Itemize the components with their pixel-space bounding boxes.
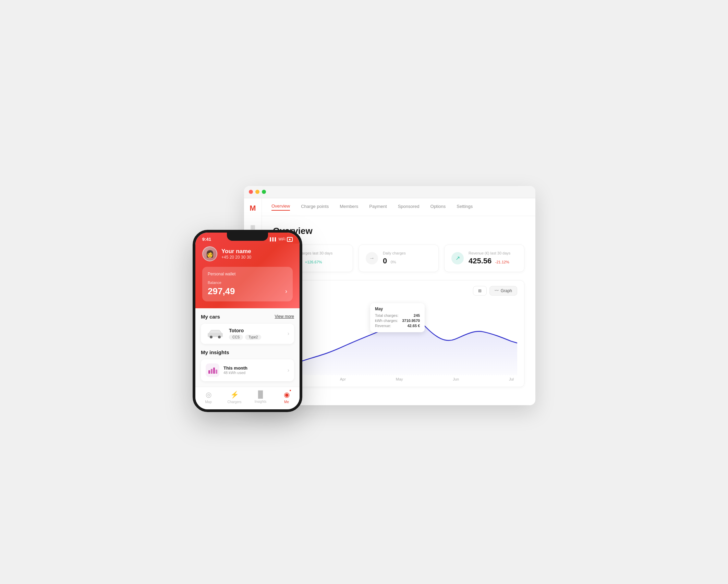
me-icon-wrap: ◉ xyxy=(284,390,290,399)
car-svg xyxy=(206,329,225,338)
user-phone-number: +45 20 20 30 30 xyxy=(221,255,251,260)
nav-tab-map-label: Map xyxy=(205,400,211,404)
stat-change-charges: +126.67% xyxy=(305,260,322,264)
cars-section-title: My cars xyxy=(201,314,220,320)
wallet-chevron-icon: › xyxy=(285,288,287,295)
stats-row: ↗ Charges last 30 days 3 +126.67% xyxy=(273,245,524,272)
nav-tab-map[interactable]: ◎ Map xyxy=(195,390,221,404)
tooltip-val-1: 3710.9570 xyxy=(402,319,420,323)
tooltip-month: May xyxy=(375,307,420,311)
insight-title: This month xyxy=(223,365,247,371)
stat-info-daily: Daily charges 0 0% xyxy=(383,251,432,265)
x-label-apr: Apr xyxy=(340,377,346,381)
window-minimize-dot[interactable] xyxy=(255,190,259,194)
chart-tooltip: May Total charges: 245 kWh charges: 3710… xyxy=(370,303,425,332)
stat-card-revenue: ↗ Revenue (€) last 30 days 425.56 -21.12… xyxy=(444,245,524,272)
user-info: Your name +45 20 20 30 30 xyxy=(221,248,251,260)
nav-item-overview[interactable]: Overview xyxy=(271,203,290,211)
graph-icon: 〰 xyxy=(495,288,499,293)
phone-body: My cars View more Totoro xyxy=(195,308,300,387)
car-tags: CCS Type2 xyxy=(229,335,283,340)
stat-card-daily: → Daily charges 0 0% xyxy=(359,245,439,272)
wallet-balance-row: 297,49 › xyxy=(208,286,287,297)
nav-item-options[interactable]: Options xyxy=(430,204,446,210)
svg-rect-4 xyxy=(211,369,213,374)
nav-item-members[interactable]: Members xyxy=(340,204,358,210)
chart-toolbar: ⊞ 〰 Graph xyxy=(280,286,517,296)
me-badge xyxy=(289,389,292,392)
sidebar-logo: M xyxy=(250,204,256,213)
wallet-card[interactable]: Personal wallet Balance 297,49 › xyxy=(202,267,293,301)
insight-info: This month 48 kWh used xyxy=(223,365,247,375)
user-row: 👩 Your name +45 20 20 30 30 xyxy=(202,246,293,261)
nav-item-payment[interactable]: Payment xyxy=(369,204,387,210)
phone-bottom-nav: ◎ Map ⚡ Chargers ▐▌ Insights ◉ Me xyxy=(195,387,300,409)
stat-label-charges: Charges last 30 days xyxy=(297,251,346,255)
car-info: Totoro CCS Type2 xyxy=(229,328,283,340)
tooltip-val-0: 245 xyxy=(414,313,420,318)
svg-rect-5 xyxy=(213,368,215,374)
phone-notch xyxy=(227,233,268,241)
stat-label-daily: Daily charges xyxy=(383,251,432,255)
signal-icon: ▌▌▌ xyxy=(270,237,277,241)
chart-section: ⊞ 〰 Graph May Total charges: xyxy=(273,280,524,387)
insights-section-header: My insights xyxy=(201,349,294,355)
wallet-label: Personal wallet xyxy=(208,272,287,276)
table-view-button[interactable]: ⊞ xyxy=(473,286,487,296)
user-avatar: 👩 xyxy=(202,246,217,261)
insights-section-title: My insights xyxy=(201,349,229,355)
car-tag-ccs: CCS xyxy=(229,335,243,340)
graph-view-button[interactable]: 〰 Graph xyxy=(489,286,517,296)
stat-icon-daily: → xyxy=(366,252,378,264)
nav-item-settings[interactable]: Settings xyxy=(457,204,473,210)
car-chevron-icon: › xyxy=(288,331,289,337)
map-icon: ◎ xyxy=(206,390,211,399)
me-icon: ◉ xyxy=(284,391,290,398)
view-more-link[interactable]: View more xyxy=(275,314,294,319)
phone-header: 👩 Your name +45 20 20 30 30 Personal wal… xyxy=(195,244,300,308)
insights-chevron-icon: › xyxy=(288,367,289,373)
content-area: Overview ↗ Charges last 30 days 3 +126.6… xyxy=(262,216,535,405)
cars-section-header: My cars View more xyxy=(201,314,294,320)
chart-x-axis: Mar Apr May Jun Jul xyxy=(280,375,517,381)
svg-rect-6 xyxy=(216,370,217,374)
phone: 9:41 ▌▌▌ WiFi ■ 👩 Your name +45 20 20 30… xyxy=(193,230,302,412)
tooltip-key-1: kWh charges: xyxy=(375,319,398,323)
nav-item-sponsored[interactable]: Sponsored xyxy=(398,204,420,210)
status-icons: ▌▌▌ WiFi ■ xyxy=(270,237,293,242)
stat-info-charges: Charges last 30 days 3 +126.67% xyxy=(297,251,346,265)
status-time: 9:41 xyxy=(202,237,211,242)
wallet-amount: 297,49 xyxy=(208,286,235,297)
svg-point-2 xyxy=(218,336,221,338)
stat-info-revenue: Revenue (€) last 30 days 425.56 -21.12% xyxy=(469,251,517,265)
bar-chart-icon xyxy=(208,365,217,375)
insights-icon xyxy=(206,363,219,377)
car-name: Totoro xyxy=(229,328,283,333)
insights-nav-icon: ▐▌ xyxy=(256,390,265,398)
stat-value-daily: 0 xyxy=(383,257,387,265)
tooltip-key-2: Revenue: xyxy=(375,324,391,328)
nav-tab-insights[interactable]: ▐▌ Insights xyxy=(247,390,274,404)
x-label-jun: Jun xyxy=(453,377,459,381)
tooltip-row-0: Total charges: 245 xyxy=(375,313,420,318)
insights-card[interactable]: This month 48 kWh used › xyxy=(201,359,294,381)
window-close-dot[interactable] xyxy=(249,190,253,194)
tooltip-row-2: Revenue: 42.65 € xyxy=(375,324,420,328)
nav-item-chargepoints[interactable]: Charge points xyxy=(301,204,329,210)
nav-tab-chargers[interactable]: ⚡ Chargers xyxy=(221,390,247,404)
main-content: Overview Charge points Members Payment S… xyxy=(262,198,535,405)
stat-label-revenue: Revenue (€) last 30 days xyxy=(469,251,517,255)
svg-point-1 xyxy=(210,336,213,338)
tooltip-val-2: 42.65 € xyxy=(408,324,420,328)
tooltip-key-0: Total charges: xyxy=(375,313,398,318)
svg-rect-3 xyxy=(208,370,210,374)
stat-icon-revenue: ↗ xyxy=(451,252,464,264)
chart-container: May Total charges: 245 kWh charges: 3710… xyxy=(280,300,517,375)
graph-button-label: Graph xyxy=(501,288,512,293)
x-label-jul: Jul xyxy=(509,377,514,381)
nav-tab-me[interactable]: ◉ Me xyxy=(274,390,300,404)
car-image xyxy=(206,328,225,339)
car-card[interactable]: Totoro CCS Type2 › xyxy=(201,324,294,344)
battery-icon: ■ xyxy=(287,237,293,242)
window-maximize-dot[interactable] xyxy=(262,190,266,194)
